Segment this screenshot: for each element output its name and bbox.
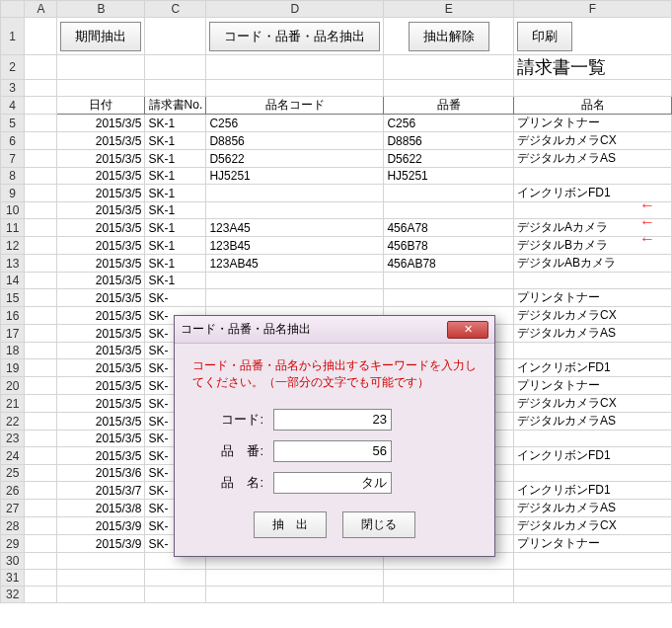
cell-name[interactable] (514, 553, 672, 570)
cell-name[interactable]: デジタルカメラAS (514, 150, 672, 168)
cell-date[interactable]: 2015/3/8 (57, 500, 145, 517)
col-header-B[interactable]: B (57, 1, 145, 18)
col-header-F[interactable]: F (514, 1, 672, 18)
cell-partno[interactable]: 456A78 (384, 219, 514, 237)
row-header[interactable]: 3 (1, 80, 25, 97)
cell-partno[interactable] (384, 273, 514, 289)
cell-code[interactable] (206, 273, 384, 289)
cell-partno[interactable]: D5622 (384, 150, 514, 168)
cell-code[interactable] (206, 185, 384, 202)
row-header[interactable]: 31 (1, 570, 25, 587)
cell-name[interactable] (514, 587, 672, 603)
cell-code[interactable]: D8856 (206, 132, 384, 150)
cell-date[interactable]: 2015/3/5 (57, 431, 145, 447)
cell-partno[interactable]: 456AB78 (384, 255, 514, 273)
row-header[interactable]: 32 (1, 587, 25, 603)
cell-invoice[interactable] (145, 587, 206, 603)
cell-date[interactable]: 2015/3/5 (57, 413, 145, 431)
row-header[interactable]: 30 (1, 553, 25, 570)
cell-date[interactable]: 2015/3/5 (57, 168, 145, 185)
row-header[interactable]: 18 (1, 343, 25, 359)
cell-name[interactable]: デジタルカメラAS (514, 500, 672, 517)
cell-invoice[interactable]: SK-1 (145, 237, 206, 255)
cell-invoice[interactable]: SK-1 (145, 168, 206, 185)
cell-partno[interactable] (384, 289, 514, 307)
cell-name[interactable]: プリンタトナー (514, 115, 672, 132)
cell-invoice[interactable]: SK-1 (145, 202, 206, 219)
cell-date[interactable]: 2015/3/5 (57, 185, 145, 202)
cell-partno[interactable]: D8856 (384, 132, 514, 150)
cell-code[interactable]: 123B45 (206, 237, 384, 255)
cell-date[interactable]: 2015/3/5 (57, 447, 145, 465)
cell-date[interactable]: 2015/3/7 (57, 482, 145, 500)
cell-invoice[interactable]: SK- (145, 289, 206, 307)
row-header[interactable]: 7 (1, 150, 25, 168)
row-header[interactable]: 17 (1, 325, 25, 343)
cell-name[interactable]: プリンタトナー (514, 535, 672, 553)
row-header[interactable]: 27 (1, 500, 25, 517)
cell-date[interactable]: 2015/3/5 (57, 273, 145, 289)
cell-name[interactable]: インクリボンFD1 (514, 359, 672, 377)
cell-partno[interactable]: 456B78 (384, 237, 514, 255)
row-header[interactable]: 26 (1, 482, 25, 500)
cell-invoice[interactable]: SK-1 (145, 185, 206, 202)
cell-date[interactable]: 2015/3/5 (57, 289, 145, 307)
cell-name[interactable]: インクリボンFD1 (514, 447, 672, 465)
cell-partno[interactable] (384, 587, 514, 603)
cell-partno[interactable]: HJ5251 (384, 168, 514, 185)
cell-name[interactable]: デジタルカメラAS (514, 413, 672, 431)
row-header[interactable]: 8 (1, 168, 25, 185)
cell-code[interactable] (206, 289, 384, 307)
cell-date[interactable]: 2015/3/5 (57, 150, 145, 168)
col-header-A[interactable]: A (25, 1, 57, 18)
row-header[interactable]: 12 (1, 237, 25, 255)
row-header[interactable]: 28 (1, 517, 25, 535)
row-header[interactable]: 5 (1, 115, 25, 132)
cell-partno[interactable] (384, 570, 514, 587)
cell-name[interactable]: インクリボンFD1 (514, 482, 672, 500)
cell-date[interactable]: 2015/3/5 (57, 115, 145, 132)
cell-name[interactable]: デジタルカメラCX (514, 517, 672, 535)
cell-partno[interactable] (384, 202, 514, 219)
col-header-C[interactable]: C (145, 1, 206, 18)
col-header-E[interactable]: E (384, 1, 514, 18)
name-input[interactable] (273, 472, 392, 494)
row-header[interactable]: 4 (1, 97, 25, 115)
cell-date[interactable]: 2015/3/9 (57, 517, 145, 535)
part-input[interactable] (273, 440, 392, 462)
row-header[interactable]: 21 (1, 395, 25, 413)
cell-name[interactable]: デジタルABカメラ (514, 255, 672, 273)
cell-code[interactable]: 123AB45 (206, 255, 384, 273)
cell-code[interactable]: HJ5251 (206, 168, 384, 185)
close-icon[interactable]: ✕ (447, 321, 488, 339)
cell-invoice[interactable]: SK-1 (145, 255, 206, 273)
cell-date[interactable]: 2015/3/9 (57, 535, 145, 553)
cell-name[interactable]: プリンタトナー (514, 289, 672, 307)
row-header[interactable]: 23 (1, 431, 25, 447)
row-header[interactable]: 29 (1, 535, 25, 553)
cell-date[interactable]: 2015/3/5 (57, 343, 145, 359)
code-name-extract-button[interactable]: コード・品番・品名抽出 (209, 22, 380, 51)
cell-name[interactable]: デジタルカメラCX (514, 307, 672, 325)
cell-date[interactable] (57, 570, 145, 587)
cell-date[interactable]: 2015/3/5 (57, 219, 145, 237)
cell-date[interactable] (57, 553, 145, 570)
dialog-close-button[interactable]: 閉じる (342, 511, 415, 538)
cell-date[interactable]: 2015/3/5 (57, 307, 145, 325)
row-header[interactable]: 6 (1, 132, 25, 150)
cell-date[interactable]: 2015/3/5 (57, 255, 145, 273)
cell-partno[interactable]: C256 (384, 115, 514, 132)
row-header[interactable]: 25 (1, 465, 25, 482)
extract-button[interactable]: 抽 出 (254, 511, 327, 538)
cell-date[interactable] (57, 587, 145, 603)
col-header-D[interactable]: D (206, 1, 384, 18)
row-header[interactable]: 1 (1, 18, 25, 55)
row-header[interactable]: 22 (1, 413, 25, 431)
row-header[interactable]: 11 (1, 219, 25, 237)
cell-name[interactable] (514, 273, 672, 289)
row-header[interactable]: 2 (1, 55, 25, 80)
dialog-titlebar[interactable]: コード・品番・品名抽出 ✕ (175, 316, 494, 344)
cell-date[interactable]: 2015/3/5 (57, 202, 145, 219)
cell-date[interactable]: 2015/3/5 (57, 237, 145, 255)
print-button[interactable]: 印刷 (517, 22, 572, 51)
